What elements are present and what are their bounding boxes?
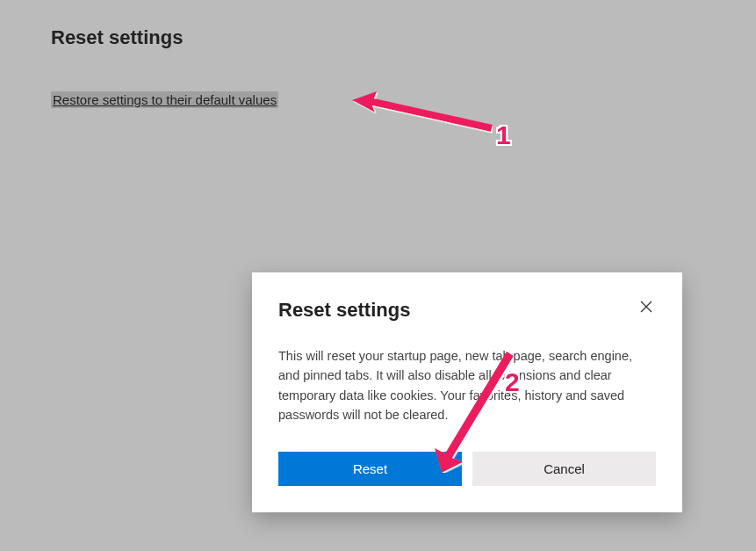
page-title: Reset settings xyxy=(0,0,756,49)
close-icon xyxy=(640,301,652,313)
svg-marker-0 xyxy=(352,91,493,132)
dialog-title: Reset settings xyxy=(278,299,410,322)
annotation-label-1: 1 xyxy=(496,120,511,150)
close-button[interactable] xyxy=(637,299,656,317)
restore-settings-link[interactable]: Restore settings to their default values xyxy=(51,91,278,108)
dialog-body-text: This will reset your startup page, new t… xyxy=(278,346,656,425)
dialog-header: Reset settings xyxy=(278,299,656,322)
annotation-arrow-1 xyxy=(352,91,493,134)
cancel-button[interactable]: Cancel xyxy=(472,452,656,486)
dialog-buttons: Reset Cancel xyxy=(278,452,656,486)
reset-button[interactable]: Reset xyxy=(278,452,462,486)
reset-settings-dialog: Reset settings This will reset your star… xyxy=(252,272,682,512)
